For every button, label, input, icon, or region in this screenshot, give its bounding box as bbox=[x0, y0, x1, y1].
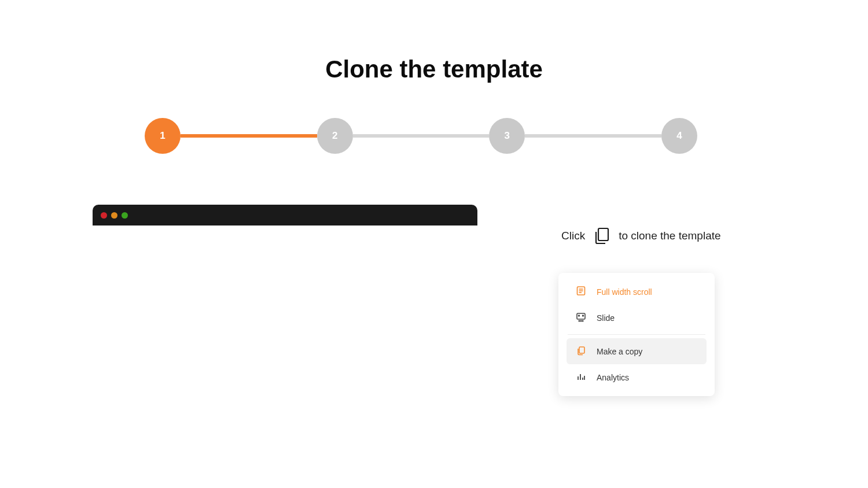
svg-rect-5 bbox=[577, 313, 585, 319]
menu-item-analytics[interactable]: Analytics bbox=[558, 364, 715, 390]
copy-icon bbox=[576, 345, 586, 357]
step-indicator: 1 2 3 4 bbox=[145, 118, 697, 154]
svg-point-6 bbox=[579, 315, 580, 316]
maximize-icon[interactable] bbox=[122, 212, 128, 219]
svg-rect-0 bbox=[598, 228, 608, 241]
step-4[interactable]: 4 bbox=[661, 118, 697, 154]
svg-point-9 bbox=[580, 320, 582, 321]
hint-suffix: to clone the template bbox=[619, 230, 720, 242]
step-connector-2-3 bbox=[353, 134, 490, 138]
menu-item-label: Slide bbox=[597, 313, 615, 323]
menu-item-label: Full width scroll bbox=[597, 287, 652, 297]
step-connector-1-2 bbox=[181, 134, 317, 138]
bar-chart-icon bbox=[576, 371, 586, 383]
document-icon bbox=[576, 286, 586, 298]
svg-point-8 bbox=[579, 320, 580, 321]
menu-item-make-a-copy[interactable]: Make a copy bbox=[567, 338, 707, 364]
menu-item-label: Make a copy bbox=[597, 347, 642, 356]
menu-item-full-width-scroll[interactable]: Full width scroll bbox=[558, 279, 715, 305]
hint-prefix: Click bbox=[561, 230, 585, 242]
menu-item-label: Analytics bbox=[597, 373, 629, 382]
step-1[interactable]: 1 bbox=[145, 118, 181, 154]
menu-divider bbox=[568, 334, 705, 335]
step-3[interactable]: 3 bbox=[489, 118, 525, 154]
slide-icon bbox=[576, 312, 586, 324]
close-icon[interactable] bbox=[101, 212, 107, 219]
step-connector-3-4 bbox=[525, 134, 661, 138]
copy-icon bbox=[593, 227, 610, 245]
context-menu: Full width scroll Slide Make a copy bbox=[558, 273, 715, 396]
minimize-icon[interactable] bbox=[111, 212, 117, 219]
svg-rect-11 bbox=[579, 347, 584, 353]
menu-item-slide[interactable]: Slide bbox=[558, 305, 715, 331]
page-title: Clone the template bbox=[0, 56, 868, 83]
svg-point-10 bbox=[582, 320, 583, 321]
browser-titlebar bbox=[93, 205, 477, 225]
svg-point-7 bbox=[583, 315, 584, 316]
instruction-hint: Click to clone the template bbox=[561, 227, 721, 245]
step-2[interactable]: 2 bbox=[317, 118, 353, 154]
